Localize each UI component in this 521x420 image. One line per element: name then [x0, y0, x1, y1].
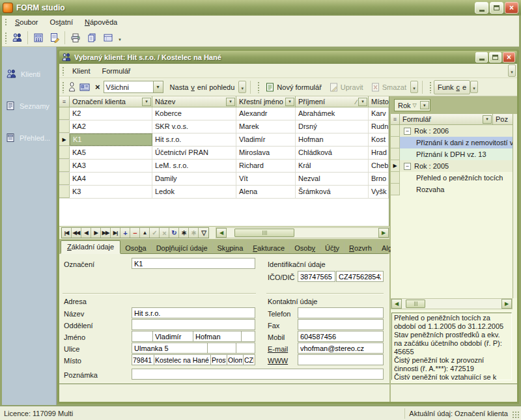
column-header-nazev[interactable]: Název ▾ [152, 96, 236, 107]
tab-doplnujici-udaje[interactable]: Doplňující údaje [151, 242, 212, 253]
client-row[interactable]: K3 Ledok Alena Šrámková Vyšk [59, 186, 389, 199]
collapse-icon[interactable]: − [404, 128, 411, 135]
sidebar-item-klienti[interactable]: Klienti [2, 65, 56, 83]
form-row-selected[interactable]: Přiznání k dani z nemovitostí vz [391, 137, 513, 148]
close-button[interactable]: × [505, 2, 518, 14]
tab-zakladni-udaje[interactable]: Základní údaje [61, 240, 120, 254]
maximize-button[interactable] [489, 52, 501, 63]
forms-horizontal-scrollbar[interactable]: ◀ ▶ [391, 298, 513, 309]
nav-last-button[interactable]: ▶| [111, 228, 120, 238]
column-filter-dropdown[interactable]: ▾ [285, 98, 294, 106]
lists-button[interactable] [100, 30, 116, 45]
grid-properties-icon[interactable]: ≡ [59, 96, 70, 107]
view-settings-button[interactable]: Nastavení pohledu [166, 80, 239, 94]
sidebar-item-seznamy[interactable]: Seznamy [2, 97, 56, 115]
grid-properties-icon[interactable]: ≡ [391, 114, 400, 124]
mobil-field[interactable] [298, 331, 384, 342]
nav-delete-button[interactable]: − [130, 228, 140, 238]
scroll-left-icon[interactable]: ◀ [216, 228, 227, 238]
column-filter-dropdown[interactable]: ▾ [142, 98, 151, 106]
nav-prior-page-button[interactable]: ◀◀ [72, 228, 81, 238]
tab-osoba[interactable]: Osoba [120, 242, 150, 253]
company-filter-button[interactable] [77, 80, 92, 94]
menu-napoveda[interactable]: Nápověda [79, 16, 123, 28]
column-header-formular[interactable]: Formulář ▾ [400, 114, 493, 124]
toolbar-grip[interactable] [257, 81, 260, 93]
dic-field[interactable] [336, 271, 384, 282]
client-row-selected[interactable]: ▶ K1 Hit s.r.o. Vladimír Hofman Kost [59, 133, 389, 147]
nazev-field[interactable] [132, 307, 255, 318]
toolbar-grip[interactable] [61, 81, 64, 93]
grid-horizontal-scrollbar[interactable]: ◀ ▶ [216, 227, 389, 238]
forms-button[interactable] [46, 30, 63, 45]
oznaceni-field[interactable] [132, 258, 255, 269]
nav-first-button[interactable]: |◀ [62, 228, 72, 238]
misto-field[interactable] [154, 354, 211, 365]
chevron-down-icon[interactable]: ▾ [153, 81, 163, 92]
resize-grip[interactable] [512, 411, 520, 419]
toolbar-grip[interactable] [429, 81, 432, 93]
nav-cancel-button[interactable]: × [160, 228, 169, 238]
nav-post-button[interactable]: ✓ [150, 228, 160, 238]
ulice-field[interactable] [132, 343, 208, 354]
stat-field[interactable] [243, 354, 255, 365]
toolbar-grip[interactable] [4, 18, 7, 27]
fax-field[interactable] [298, 319, 384, 330]
forms-vertical-scrollbar[interactable] [513, 114, 517, 298]
scroll-right-icon[interactable]: ▶ [378, 228, 389, 238]
column-header-poznamka[interactable]: Poz [493, 114, 513, 124]
column-filter-dropdown[interactable]: ▾ [226, 98, 235, 106]
nav-insert-button[interactable]: + [120, 228, 130, 238]
form-row[interactable]: Přehled o peněžních tocích [391, 172, 513, 184]
minimize-button[interactable] [475, 2, 488, 14]
cislo-orientacni-field[interactable] [236, 343, 255, 354]
maximize-button[interactable] [490, 2, 503, 14]
toolbar-grip[interactable] [4, 31, 7, 44]
scrollbar-thumb[interactable] [234, 229, 294, 237]
column-header-prijmeni[interactable]: Příjmení ∕ ▾ [296, 96, 369, 107]
client-row[interactable]: KA2 SKR v.o.s. Marek Drsný Rudn [59, 120, 389, 133]
collapse-icon[interactable]: − [404, 163, 411, 170]
calculator-button[interactable] [30, 30, 46, 45]
close-button[interactable]: × [503, 52, 515, 63]
tab-fakturace[interactable]: Fakturace [247, 242, 289, 253]
poznamka-field[interactable] [132, 369, 384, 380]
filter-combo[interactable]: Všichni ▾ [104, 81, 163, 93]
client-row[interactable]: KA3 LeM. s.r.o. Richard Král Cheb [59, 160, 389, 173]
titul-za-field[interactable] [241, 331, 255, 342]
form-group-row[interactable]: ▶ − Rok : 2005 [391, 160, 513, 172]
client-row[interactable]: K2 Koberce Alexandr Abrahámek Karv [59, 107, 389, 120]
ico-field[interactable] [298, 271, 335, 282]
clients-button[interactable] [9, 30, 25, 45]
psc-field[interactable] [132, 354, 154, 365]
prijmeni-field[interactable] [193, 331, 242, 342]
toolbar-overflow-chevron[interactable]: ▾ [116, 31, 124, 44]
clear-filter-button[interactable]: × [92, 80, 104, 94]
toolbar-overflow-chevron[interactable]: ▾ [470, 81, 478, 93]
toolbar-grip[interactable] [61, 66, 64, 76]
functions-button[interactable]: Funkce [434, 80, 470, 94]
new-form-button[interactable]: Nový formulář [262, 80, 325, 94]
nav-next-page-button[interactable]: ▶▶ [101, 228, 111, 238]
nav-filter-button[interactable]: ▽ [199, 228, 208, 238]
person-filter-button[interactable] [66, 80, 77, 94]
sidebar-item-prehled[interactable]: Přehled... [2, 129, 56, 147]
column-filter-dropdown[interactable]: ▾ [483, 115, 492, 124]
menu-klient[interactable]: Klient [66, 65, 96, 77]
form-group-row[interactable]: − Rok : 2006 [391, 125, 513, 137]
telefon-field[interactable] [298, 307, 384, 318]
menu-ostatni[interactable]: Ostatní [44, 16, 78, 28]
www-field[interactable] [298, 354, 384, 365]
www-link-label[interactable]: WWW [268, 357, 288, 365]
toolbar-overflow-chevron[interactable]: ▾ [238, 81, 246, 93]
delete-button[interactable]: Smazat [367, 80, 410, 94]
print-button[interactable] [67, 30, 83, 45]
nav-next-button[interactable]: ▶ [91, 228, 101, 238]
nav-set-bookmark-button[interactable]: ∗ [179, 228, 189, 238]
column-filter-dropdown[interactable]: ▾ [358, 98, 367, 106]
column-header-krestni-jmeno[interactable]: Křestní jméno ▾ [236, 96, 296, 107]
nav-edit-button[interactable]: ▲ [140, 228, 150, 238]
form-row[interactable]: Rozvaha [391, 184, 513, 195]
scroll-right-icon[interactable]: ▶ [501, 299, 512, 309]
group-by-rok[interactable]: Rok ▽ ▾ [394, 99, 430, 111]
